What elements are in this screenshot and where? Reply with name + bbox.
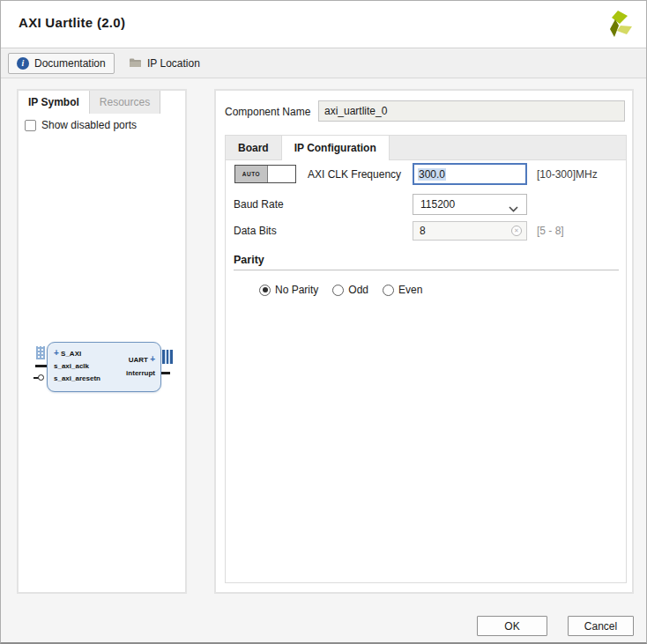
- data-bits-label: Data Bits: [234, 225, 277, 237]
- ip-symbol-panel: IP Symbol Resources Show disabled ports …: [17, 89, 187, 594]
- radio-odd[interactable]: Odd: [332, 284, 368, 296]
- tab-resources[interactable]: Resources: [90, 91, 160, 114]
- show-disabled-ports-row: Show disabled ports: [25, 119, 137, 131]
- ok-button[interactable]: OK: [477, 616, 547, 636]
- section-divider: [234, 270, 619, 270]
- tab-strip-filler: [390, 136, 626, 159]
- data-bits-input[interactable]: 8 ✕: [413, 221, 527, 241]
- ip-symbol-diagram: + S_AXI s_axi_aclk s_axi_aresetn UART + …: [47, 342, 161, 392]
- toolbar: i Documentation IP Location: [1, 49, 646, 78]
- page-title: AXI Uartlite (2.0): [19, 15, 125, 30]
- axi-clk-range-label: [10-300]MHz: [537, 168, 598, 181]
- clear-field-icon[interactable]: ✕: [511, 226, 522, 236]
- parity-section-heading: Parity: [234, 254, 264, 266]
- tab-ip-symbol[interactable]: IP Symbol: [19, 91, 90, 114]
- baud-rate-label: Baud Rate: [234, 198, 284, 211]
- baud-rate-value: 115200: [420, 198, 455, 211]
- radio-button-icon: [259, 285, 271, 296]
- title-bar: AXI Uartlite (2.0): [1, 1, 646, 48]
- expand-plus-icon: +: [150, 354, 155, 364]
- uart-interface-connector-icon: [162, 350, 173, 364]
- port-s-axi-aclk: s_axi_aclk: [54, 360, 100, 373]
- radio-no-parity[interactable]: No Parity: [259, 284, 318, 296]
- axi-clk-auto-toggle[interactable]: AUTO: [234, 165, 296, 183]
- documentation-button[interactable]: i Documentation: [8, 53, 115, 74]
- aresetn-active-low-icon: [38, 374, 44, 381]
- show-disabled-ports-label: Show disabled ports: [41, 119, 137, 131]
- ip-location-label: IP Location: [147, 57, 200, 70]
- baud-rate-dropdown[interactable]: 115200: [413, 194, 527, 215]
- port-s-axi-aresetn: s_axi_aresetn: [54, 373, 100, 385]
- aclk-pin-stub-icon: [35, 365, 47, 367]
- ip-customization-dialog: AXI Uartlite (2.0) i Documentation IP Lo…: [0, 0, 647, 644]
- tab-ip-configuration[interactable]: IP Configuration: [281, 136, 390, 160]
- folder-icon: [129, 57, 142, 70]
- component-name-label: Component Name: [225, 106, 310, 118]
- ip-location-button[interactable]: IP Location: [121, 53, 208, 74]
- show-disabled-ports-checkbox[interactable]: [25, 120, 36, 131]
- data-bits-range-label: [5 - 8]: [537, 225, 564, 237]
- configuration-panel: Component Name Board IP Configuration AU…: [214, 89, 634, 594]
- parity-radio-group: No Parity Odd Even: [259, 284, 422, 296]
- ip-symbol-left-ports: + S_AXI s_axi_aclk s_axi_aresetn: [54, 347, 100, 385]
- radio-even[interactable]: Even: [383, 284, 422, 296]
- component-name-input[interactable]: [318, 100, 625, 122]
- auto-toggle-label: AUTO: [235, 166, 268, 182]
- ip-symbol-right-ports: UART + interrupt: [126, 352, 155, 380]
- cancel-button[interactable]: Cancel: [568, 616, 634, 636]
- interrupt-pin-stub-icon: [161, 372, 170, 374]
- xilinx-logo-icon: [600, 7, 636, 48]
- left-tab-strip: IP Symbol Resources: [19, 91, 185, 114]
- chevron-down-icon: [509, 203, 518, 215]
- tab-board[interactable]: Board: [226, 136, 281, 159]
- radio-button-icon: [332, 285, 344, 296]
- tab-strip-filler: [160, 91, 185, 114]
- config-tab-strip: Board IP Configuration: [226, 136, 626, 160]
- selected-text: 300.0: [418, 168, 446, 181]
- expand-plus-icon: +: [54, 348, 59, 358]
- port-s-axi: + S_AXI: [54, 347, 100, 360]
- info-circle-icon: i: [17, 57, 29, 70]
- axi-clk-frequency-input[interactable]: 300.0: [413, 163, 527, 185]
- radio-button-icon: [383, 285, 394, 296]
- documentation-label: Documentation: [34, 57, 106, 70]
- port-uart: UART +: [126, 352, 155, 366]
- port-interrupt: interrupt: [126, 366, 155, 380]
- s-axi-interface-connector-icon: [36, 346, 45, 359]
- axi-clk-frequency-label: AXI CLK Frequency: [308, 168, 401, 181]
- config-tab-widget: Board IP Configuration AUTO AXI CLK Freq…: [225, 135, 627, 583]
- data-bits-value: 8: [420, 225, 426, 237]
